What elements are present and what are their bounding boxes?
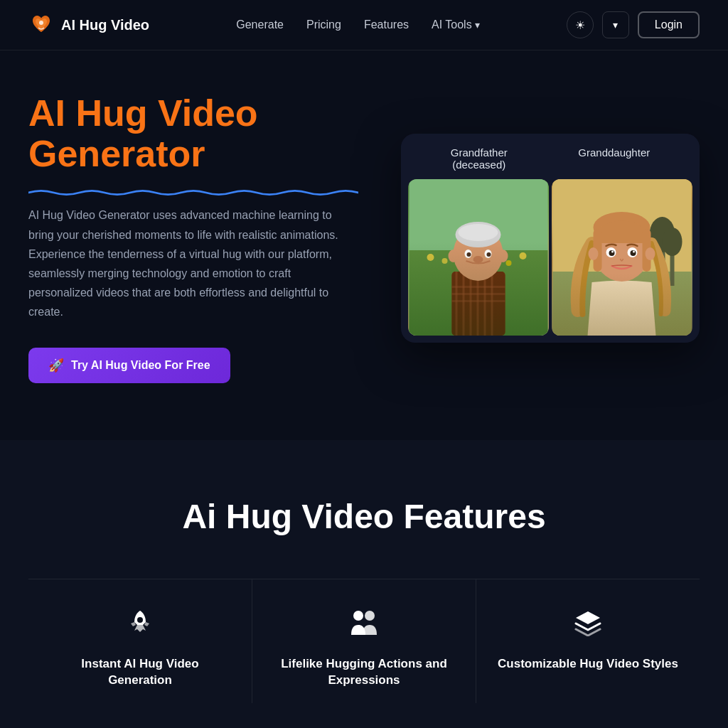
- svg-rect-2: [410, 250, 548, 336]
- image-labels: Grandfather(deceased) Granddaughter: [401, 134, 700, 179]
- chevron-down-icon: ▾: [613, 19, 618, 31]
- svg-point-5: [520, 252, 527, 259]
- hero-section: AI Hug Video Generator AI Hug Video Gene…: [0, 50, 728, 440]
- nav-generate[interactable]: Generate: [236, 18, 284, 31]
- feature-lifelike: Lifelike Hugging Actions and Expressions: [252, 579, 476, 704]
- svg-point-44: [633, 250, 635, 252]
- nav-features[interactable]: Features: [364, 18, 409, 31]
- svg-point-27: [473, 256, 483, 263]
- svg-rect-16: [452, 293, 505, 295]
- svg-point-49: [365, 611, 375, 621]
- svg-point-21: [465, 250, 472, 258]
- svg-rect-17: [452, 300, 505, 302]
- svg-point-6: [506, 260, 512, 266]
- feature-instant: Instant AI Hug Video Generation: [28, 579, 252, 704]
- svg-point-23: [467, 252, 471, 257]
- hero-description: AI Hug Video Generator uses advanced mac…: [28, 205, 358, 321]
- login-button[interactable]: Login: [638, 11, 700, 38]
- svg-rect-30: [553, 272, 692, 336]
- svg-point-26: [498, 250, 508, 262]
- cta-label: Try AI Hug Video For Free: [71, 359, 210, 372]
- people-icon: [348, 608, 380, 643]
- svg-point-24: [487, 252, 491, 257]
- logo[interactable]: AI Hug Video: [28, 12, 149, 38]
- svg-rect-10: [463, 272, 465, 336]
- granddaughter-photo-svg: [552, 179, 692, 336]
- svg-point-3: [427, 254, 434, 261]
- logo-text: AI Hug Video: [61, 17, 149, 33]
- label-grandfather: Grandfather(deceased): [451, 146, 508, 171]
- title-underline: [28, 187, 358, 198]
- feature-lifelike-label: Lifelike Hugging Actions and Expressions: [274, 655, 454, 690]
- layers-icon: [573, 608, 603, 643]
- feature-customizable-label: Customizable Hug Video Styles: [498, 655, 678, 673]
- svg-point-34: [663, 228, 682, 256]
- label-granddaughter: Granddaughter: [578, 146, 650, 171]
- dropdown-button[interactable]: ▾: [602, 11, 629, 38]
- features-title: Ai Hug Video Features: [28, 497, 700, 536]
- cta-button[interactable]: 🚀 Try AI Hug Video For Free: [28, 348, 230, 383]
- svg-point-22: [485, 250, 492, 258]
- svg-rect-12: [477, 272, 479, 336]
- svg-rect-8: [452, 272, 505, 336]
- svg-rect-13: [484, 272, 486, 336]
- rocket-icon: 🚀: [48, 358, 64, 373]
- photo-granddaughter: [552, 179, 692, 336]
- logo-icon: [28, 12, 54, 38]
- photo-grandfather: [408, 179, 549, 336]
- svg-point-48: [353, 611, 363, 621]
- nav-ai-tools[interactable]: AI Tools: [432, 18, 480, 31]
- nav-actions: ☀ ▾ Login: [567, 11, 700, 38]
- svg-rect-1: [410, 179, 548, 336]
- feature-instant-label: Instant AI Hug Video Generation: [50, 655, 230, 690]
- nav-links: Generate Pricing Features AI Tools: [236, 18, 479, 31]
- svg-point-20: [459, 224, 498, 241]
- svg-point-25: [449, 250, 459, 262]
- theme-toggle-button[interactable]: ☀: [567, 11, 594, 38]
- svg-point-46: [646, 247, 655, 260]
- hero-text: AI Hug Video Generator AI Hug Video Gene…: [28, 93, 358, 383]
- feature-customizable: Customizable Hug Video Styles: [476, 579, 700, 704]
- navbar: AI Hug Video Generate Pricing Features A…: [0, 0, 728, 50]
- svg-rect-9: [456, 272, 458, 336]
- svg-point-4: [442, 258, 448, 264]
- features-section: Ai Hug Video Features Instant AI Hug Vid…: [0, 440, 728, 729]
- svg-rect-14: [491, 272, 493, 336]
- grandfather-photo-svg: [408, 179, 549, 336]
- hero-photos: [401, 179, 700, 343]
- svg-point-47: [137, 617, 143, 623]
- features-grid: Instant AI Hug Video Generation Lifelike…: [28, 579, 700, 704]
- svg-point-45: [589, 247, 599, 260]
- nav-pricing[interactable]: Pricing: [306, 18, 341, 31]
- hero-title: AI Hug Video Generator: [28, 93, 358, 174]
- rocket-icon: [126, 608, 154, 643]
- hero-image-card: Grandfather(deceased) Granddaughter: [401, 134, 700, 343]
- hero-content: AI Hug Video Generator AI Hug Video Gene…: [0, 50, 728, 440]
- svg-rect-11: [470, 272, 472, 336]
- svg-rect-15: [452, 286, 505, 288]
- chevron-down-icon: [475, 18, 480, 31]
- svg-rect-7: [452, 272, 505, 336]
- svg-point-43: [611, 250, 614, 252]
- svg-point-0: [39, 21, 43, 25]
